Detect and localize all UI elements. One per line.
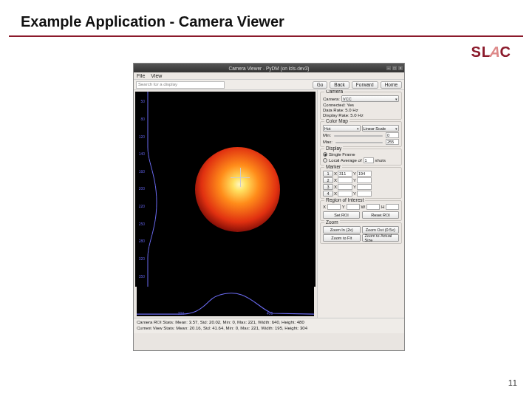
set-roi-button[interactable]: Set ROI (323, 211, 360, 219)
divider (9, 35, 523, 37)
y-profile (146, 92, 159, 287)
minimize-icon[interactable]: – (386, 66, 391, 70)
slide-title: Example Application - Camera Viewer (21, 13, 284, 30)
menu-view[interactable]: View (151, 73, 162, 78)
colormap-panel: Color Map Hot▾ Linear Scale▾ Min:0 Max:2… (320, 121, 402, 147)
titlebar: Camera Viewer - PyDM (on lcls-dev3) – □ … (134, 64, 404, 72)
go-button[interactable]: Go (313, 81, 328, 89)
image-area: 5080120 140160200 220250280 320350 (135, 92, 316, 287)
marker-4[interactable]: 4 (323, 191, 333, 197)
display-panel: Display Single Frame Local Average of1sh… (320, 149, 402, 166)
connected-status: Connected: Yes (323, 103, 399, 107)
camera-select[interactable]: VCC▾ (341, 95, 399, 102)
avg-count[interactable]: 1 (364, 157, 374, 163)
zoom-in-button[interactable]: Zoom In (2x) (323, 226, 361, 233)
zoom-out-button[interactable]: Zoom Out (0.5x) (362, 226, 400, 233)
zoom-fit-button[interactable]: Zoom to Fit (323, 234, 361, 242)
stats-bar: Camera ROI Stats: Mean: 3.57, Std: 20.02… (134, 318, 404, 333)
image-content (195, 147, 280, 232)
app-window: Camera Viewer - PyDM (on lcls-dev3) – □ … (133, 63, 405, 351)
zoom-panel: Zoom Zoom In (2x)Zoom Out (0.5x) Zoom to… (320, 222, 402, 244)
data-rate: Data Rate: 5.0 Hz (323, 108, 399, 112)
toolbar: Search for a display Go Back Forward Hom… (134, 80, 404, 90)
max-slider[interactable] (334, 140, 384, 145)
slac-logo: SLAC (471, 44, 511, 61)
camera-image[interactable] (159, 92, 316, 287)
marker-2[interactable]: 2 (323, 177, 333, 183)
control-panel: Camera Camera: VCC▾ Connected: Yes Data … (317, 90, 404, 318)
zoom-actual-button[interactable]: Zoom to Actual Size (362, 234, 400, 242)
scale-select[interactable]: Linear Scale▾ (362, 125, 400, 132)
marker-3[interactable]: 3 (323, 184, 333, 190)
maximize-icon[interactable]: □ (392, 66, 397, 70)
camera-panel: Camera Camera: VCC▾ Connected: Yes Data … (320, 92, 402, 120)
marker-panel: Marker 1X311Y194 2XY 3XY 4XY (320, 167, 402, 199)
avg-radio[interactable] (323, 158, 327, 163)
close-icon[interactable]: × (398, 66, 403, 70)
page-number: 11 (508, 378, 517, 387)
display-rate: Display Rate: 5.0 Hz (323, 113, 399, 117)
back-button[interactable]: Back (330, 81, 349, 89)
reset-roi-button[interactable]: Reset ROI (362, 211, 399, 219)
x-profile: 200400 (137, 287, 314, 316)
crosshair-marker-icon (231, 168, 250, 187)
min-value[interactable]: 0 (386, 132, 399, 138)
max-value[interactable]: 255 (386, 139, 399, 145)
min-slider[interactable] (332, 133, 384, 138)
window-title: Camera Viewer - PyDM (on lcls-dev3) (229, 66, 310, 71)
stats-line-2: Current View Stats: Mean: 20.16, Std: 41… (137, 326, 401, 332)
single-frame-radio[interactable] (323, 152, 327, 157)
search-input[interactable]: Search for a display (136, 81, 225, 89)
forward-button[interactable]: Forward (352, 81, 378, 89)
y-axis: 5080120 140160200 220250280 320350 (135, 92, 146, 287)
roi-panel: Region of Interest XYWH Set ROIReset ROI (320, 200, 402, 221)
colormap-select[interactable]: Hot▾ (323, 125, 361, 132)
home-button[interactable]: Home (381, 81, 402, 89)
marker-1[interactable]: 1 (323, 171, 333, 177)
menu-file[interactable]: File (137, 73, 145, 78)
stats-line-1: Camera ROI Stats: Mean: 3.57, Std: 20.02… (137, 320, 401, 326)
menubar: File View (134, 72, 404, 80)
